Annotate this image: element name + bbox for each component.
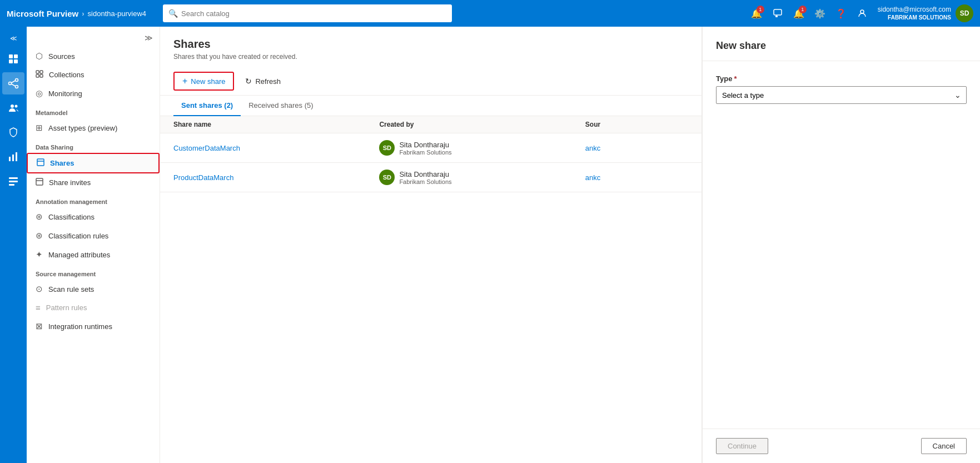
rail-manage[interactable]: [2, 170, 24, 192]
type-select[interactable]: Select a type: [716, 86, 967, 104]
user-company-1: Fabrikam Solutions: [399, 149, 451, 156]
refresh-btn-label: Refresh: [255, 77, 281, 86]
sidebar-item-sources[interactable]: ⬡ Sources: [27, 47, 160, 66]
new-share-footer: Continue Cancel: [703, 429, 980, 463]
tab-sent-shares[interactable]: Sent shares (2): [173, 96, 241, 116]
svg-point-9: [16, 86, 18, 88]
sources-icon: ⬡: [36, 51, 43, 61]
sidebar-section-metamodel: Metamodel: [27, 103, 160, 118]
user-name-1: Sita Dontharaju: [399, 141, 451, 149]
user-email: sidontha@microsoft.com: [878, 6, 951, 14]
svg-rect-20: [36, 71, 39, 73]
svg-rect-24: [37, 159, 44, 166]
notification-badge-2: 1: [799, 6, 807, 13]
sidebar-item-integration-runtimes-label: Integration runtimes: [48, 322, 112, 331]
svg-point-12: [11, 104, 14, 108]
profile-btn[interactable]: [853, 4, 871, 22]
rail-users[interactable]: [2, 97, 24, 119]
feedback-btn[interactable]: [769, 4, 787, 22]
svg-rect-0: [774, 9, 782, 15]
brand: Microsoft Purview › sidontha-purview4: [7, 9, 146, 18]
app-body: ≪ ≫ ⬡ Sources: [0, 27, 980, 463]
share-name-2[interactable]: ProductDataMarch: [173, 173, 379, 182]
classification-rules-icon: ⊛: [36, 231, 43, 241]
sidebar-section-data-sharing: Data Sharing: [27, 137, 160, 153]
refresh-button[interactable]: ↻ Refresh: [238, 73, 287, 89]
user-info-1: Sita Dontharaju Fabrikam Solutions: [399, 141, 451, 156]
table-row: CustomerDataMarch SD Sita Dontharaju Fab…: [160, 133, 702, 163]
sidebar-item-classification-rules-label: Classification rules: [48, 232, 108, 240]
sidebar-item-monitoring[interactable]: ◎ Monitoring: [27, 84, 160, 103]
topbar: Microsoft Purview › sidontha-purview4 🔍 …: [0, 0, 980, 27]
sidebar-item-integration-runtimes[interactable]: ⊠ Integration runtimes: [27, 317, 160, 336]
svg-rect-15: [12, 155, 14, 161]
shares-toolbar: + New share ↻ Refresh: [160, 67, 702, 96]
svg-rect-1: [775, 16, 778, 17]
sidebar-item-asset-types[interactable]: ⊞ Asset types (preview): [27, 118, 160, 137]
help-btn[interactable]: ❓: [832, 4, 850, 22]
classifications-icon: ⊛: [36, 212, 43, 222]
notifications-btn[interactable]: 🔔 1: [748, 4, 765, 22]
pattern-rules-icon: ≡: [36, 303, 41, 312]
svg-point-8: [16, 79, 18, 82]
sidebar-item-pattern-rules[interactable]: ≡ Pattern rules: [27, 298, 160, 317]
rail-expand-btn[interactable]: ≪: [7, 31, 21, 46]
user-avatar[interactable]: SD: [956, 4, 973, 22]
search-input[interactable]: [181, 9, 446, 18]
sidebar-item-shares[interactable]: Shares: [27, 153, 160, 173]
user-company: FABRIKAM SOLUTIONS: [878, 14, 951, 21]
col-source: Sour: [585, 121, 688, 128]
sidebar-item-share-invites[interactable]: Share invites: [27, 173, 160, 192]
topbar-icons: 🔔 1 🔔 1 ⚙️ ❓ sidontha@microsoft.com FABR…: [748, 4, 973, 22]
rail-home[interactable]: [2, 48, 24, 70]
rail-insights[interactable]: [2, 146, 24, 168]
continue-button[interactable]: Continue: [716, 438, 768, 454]
svg-rect-21: [40, 71, 43, 73]
svg-rect-6: [14, 59, 18, 63]
sidebar-item-sources-label: Sources: [48, 52, 75, 61]
sidebar-item-classifications[interactable]: ⊛ Classifications: [27, 207, 160, 226]
alerts-btn[interactable]: 🔔 1: [790, 4, 808, 22]
shares-header: Shares Shares that you have created or r…: [160, 27, 702, 67]
collections-icon: [36, 70, 43, 79]
svg-rect-19: [9, 184, 14, 186]
svg-rect-16: [16, 152, 17, 161]
share-name-1[interactable]: CustomerDataMarch: [173, 143, 379, 152]
rail-policy[interactable]: [2, 121, 24, 143]
sidebar-item-classifications-label: Classifications: [48, 213, 94, 221]
svg-point-13: [15, 105, 18, 108]
source-cell-2[interactable]: ankc: [585, 173, 688, 182]
instance-name: sidontha-purview4: [88, 9, 147, 18]
search-icon: 🔍: [168, 9, 178, 18]
shares-panel: Shares Shares that you have created or r…: [160, 27, 702, 463]
svg-point-2: [860, 10, 864, 13]
new-share-button[interactable]: + New share: [173, 72, 234, 91]
sidebar-item-scan-rule-sets[interactable]: ⊙ Scan rule sets: [27, 280, 160, 298]
tab-received-shares[interactable]: Received shares (5): [241, 96, 321, 116]
shares-table: Share name Created by Sour CustomerDataM…: [160, 116, 702, 463]
new-share-title: New share: [716, 40, 967, 52]
user-text: sidontha@microsoft.com FABRIKAM SOLUTION…: [878, 6, 951, 22]
svg-rect-3: [9, 54, 13, 58]
sidebar-item-classification-rules[interactable]: ⊛ Classification rules: [27, 226, 160, 245]
new-share-body: Type * Select a type: [703, 61, 980, 429]
rail-data-share[interactable]: [2, 72, 24, 94]
shares-title: Shares: [173, 38, 688, 51]
new-share-panel-header: New share: [703, 27, 980, 61]
shares-icon: [37, 158, 44, 168]
sidebar-item-collections[interactable]: Collections: [27, 66, 160, 84]
cancel-button[interactable]: Cancel: [921, 438, 967, 454]
sidebar-item-monitoring-label: Monitoring: [48, 89, 82, 98]
search-bar[interactable]: 🔍: [163, 4, 452, 22]
source-cell-1[interactable]: ankc: [585, 143, 688, 152]
user-name-2: Sita Dontharaju: [399, 170, 451, 178]
settings-btn[interactable]: ⚙️: [811, 4, 829, 22]
table-header: Share name Created by Sour: [160, 116, 702, 133]
svg-rect-22: [36, 74, 39, 77]
user-info: sidontha@microsoft.com FABRIKAM SOLUTION…: [878, 4, 973, 22]
scan-rule-sets-icon: ⊙: [36, 284, 43, 294]
sidebar-item-managed-attributes[interactable]: ✦ Managed attributes: [27, 245, 160, 264]
sidebar-collapse-btn[interactable]: ≫: [142, 31, 155, 44]
sidebar-item-share-invites-label: Share invites: [49, 178, 91, 187]
share-invites-icon: [36, 178, 43, 187]
